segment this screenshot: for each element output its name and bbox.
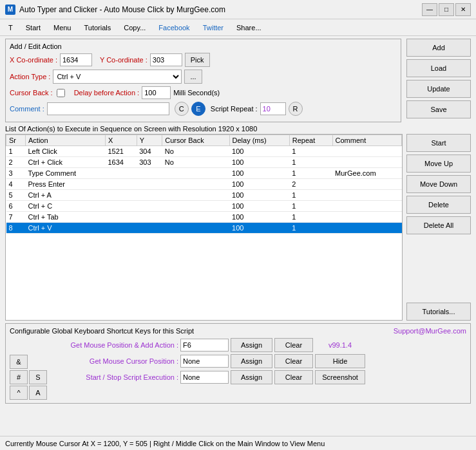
add-edit-action-panel: Add / Edit Action X Co-ordinate : Y Co-o… bbox=[5, 39, 401, 122]
clear-button-1[interactable]: Clear bbox=[274, 354, 313, 368]
table-row[interactable]: 1Left Click1521304No1001 bbox=[6, 146, 402, 157]
clear-button-2[interactable]: Clear bbox=[274, 370, 313, 384]
minimize-button[interactable]: — bbox=[422, 3, 437, 16]
x-coord-label: X Co-ordinate : bbox=[10, 56, 57, 64]
col-action: Action bbox=[26, 135, 106, 146]
shortcut-right-btn-1[interactable]: Hide bbox=[315, 354, 365, 368]
x-coord-input[interactable] bbox=[60, 53, 92, 66]
add-button[interactable]: Add bbox=[406, 39, 471, 57]
dots-button[interactable]: ... bbox=[184, 70, 202, 84]
shortcut-label-1: Get Mouse Cursor Position : bbox=[50, 357, 178, 365]
delay-input[interactable] bbox=[142, 86, 171, 99]
side-buttons-panel: Start Move Up Move Down Delete Delete Al… bbox=[406, 134, 471, 321]
shortcuts-section: Configurable Global Keyboard Shortcut Ke… bbox=[5, 323, 471, 404]
shortcut-input-2[interactable] bbox=[180, 371, 229, 384]
menu-item-t[interactable]: T bbox=[3, 21, 19, 35]
actions-table-container[interactable]: Sr Action X Y Cursor Back Delay (ms) Rep… bbox=[5, 134, 403, 321]
comment-input[interactable] bbox=[47, 102, 169, 115]
sym-hash-button[interactable]: # bbox=[10, 370, 28, 384]
menu-item-facebook[interactable]: Facebook bbox=[153, 21, 195, 35]
script-repeat-label: Script Repeat : bbox=[211, 105, 258, 113]
menu-item-share[interactable]: Share... bbox=[231, 21, 267, 35]
shortcut-row-0: Get Mouse Position & Add Action :AssignC… bbox=[50, 338, 466, 352]
menu-item-start[interactable]: Start bbox=[20, 21, 46, 35]
shortcut-input-0[interactable] bbox=[180, 339, 229, 352]
action-type-label: Action Type : bbox=[10, 73, 50, 80]
table-row[interactable]: 2Ctrl + Click1634303No1001 bbox=[6, 157, 402, 168]
sym-s-button[interactable]: S bbox=[29, 370, 47, 384]
shortcut-input-1[interactable] bbox=[180, 355, 229, 368]
status-bar: Currently Mouse Cursor At X = 1200, Y = … bbox=[0, 436, 476, 450]
sym-caret-button[interactable]: ^ bbox=[10, 386, 28, 400]
shortcut-right-btn-2[interactable]: Screenshot bbox=[315, 370, 365, 384]
cursor-back-checkbox[interactable] bbox=[57, 89, 65, 97]
col-cursor-back: Cursor Back bbox=[162, 135, 229, 146]
clear-button-0[interactable]: Clear bbox=[274, 338, 313, 352]
col-sr: Sr bbox=[6, 135, 26, 146]
sym-a-button[interactable]: A bbox=[29, 386, 47, 400]
load-button[interactable]: Load bbox=[406, 59, 471, 77]
col-y: Y bbox=[137, 135, 162, 146]
table-row[interactable]: 5Ctrl + A1001 bbox=[6, 190, 402, 201]
col-delay: Delay (ms) bbox=[229, 135, 289, 146]
assign-button-0[interactable]: Assign bbox=[231, 338, 272, 352]
pick-button[interactable]: Pick bbox=[185, 53, 210, 67]
sym-amp-button[interactable]: & bbox=[10, 355, 28, 369]
section-label: Add / Edit Action bbox=[10, 42, 397, 50]
shortcut-right-btn-0: v99.1.4 bbox=[315, 338, 365, 352]
e-button[interactable]: E bbox=[191, 102, 205, 116]
delay-label: Delay before Action : bbox=[74, 89, 140, 97]
delete-button[interactable]: Delete bbox=[406, 196, 471, 214]
col-x: X bbox=[105, 135, 137, 146]
y-coord-label: Y Co-ordinate : bbox=[100, 56, 148, 64]
right-action-panel: Add Load Update Save bbox=[406, 39, 471, 122]
list-section: List Of Action(s) to Execute in Sequence… bbox=[5, 125, 471, 321]
r-button[interactable]: R bbox=[289, 102, 303, 116]
shortcut-label-2: Start / Stop Script Execution : bbox=[50, 373, 178, 381]
list-title: List Of Action(s) to Execute in Sequence… bbox=[5, 125, 471, 133]
title-bar-controls: — □ ✕ bbox=[422, 3, 471, 16]
menu-bar: TStartMenuTutorialsCopy...FacebookTwitte… bbox=[0, 19, 476, 36]
shortcut-label-0: Get Mouse Position & Add Action : bbox=[50, 341, 178, 349]
script-repeat-input[interactable] bbox=[260, 102, 286, 115]
close-button[interactable]: ✕ bbox=[455, 3, 471, 16]
c-button[interactable]: C bbox=[175, 102, 189, 116]
menu-item-copy[interactable]: Copy... bbox=[118, 21, 151, 35]
shortcut-row-2: Start / Stop Script Execution :AssignCle… bbox=[50, 370, 466, 384]
action-type-select[interactable]: Ctrl + V bbox=[53, 70, 182, 84]
menu-item-twitter[interactable]: Twitter bbox=[197, 21, 229, 35]
delete-all-button[interactable]: Delete All bbox=[406, 216, 471, 234]
actions-table: Sr Action X Y Cursor Back Delay (ms) Rep… bbox=[6, 135, 402, 234]
table-row[interactable]: 4Press Enter1002 bbox=[6, 179, 402, 190]
table-row[interactable]: 8Ctrl + V1001 bbox=[6, 223, 402, 234]
cursor-back-label: Cursor Back : bbox=[10, 89, 53, 97]
assign-button-2[interactable]: Assign bbox=[231, 370, 272, 384]
move-up-button[interactable]: Move Up bbox=[406, 155, 471, 173]
col-comment: Comment bbox=[332, 135, 401, 146]
menu-item-menu[interactable]: Menu bbox=[48, 21, 77, 35]
status-text: Currently Mouse Cursor At X = 1200, Y = … bbox=[5, 440, 325, 447]
delay-unit: Milli Second(s) bbox=[173, 89, 220, 97]
tutorials-button[interactable]: Tutorials... bbox=[406, 303, 471, 321]
title-bar: M Auto Typer and Clicker - Auto Mouse Cl… bbox=[0, 0, 476, 19]
shortcuts-title: Configurable Global Keyboard Shortcut Ke… bbox=[10, 327, 194, 335]
table-row[interactable]: 6Ctrl + C1001 bbox=[6, 201, 402, 212]
save-button[interactable]: Save bbox=[406, 100, 471, 118]
support-link[interactable]: Support@MurGee.com bbox=[394, 327, 466, 335]
move-down-button[interactable]: Move Down bbox=[406, 175, 471, 193]
col-repeat: Repeat bbox=[289, 135, 332, 146]
app-icon: M bbox=[5, 5, 15, 15]
table-row[interactable]: 7Ctrl + Tab1001 bbox=[6, 212, 402, 223]
shortcut-row-1: Get Mouse Cursor Position :AssignClearHi… bbox=[50, 354, 466, 368]
comment-label: Comment : bbox=[10, 105, 44, 113]
menu-item-tutorials[interactable]: Tutorials bbox=[79, 21, 117, 35]
assign-button-1[interactable]: Assign bbox=[231, 354, 272, 368]
maximize-button[interactable]: □ bbox=[439, 3, 454, 16]
update-button[interactable]: Update bbox=[406, 80, 471, 98]
table-row[interactable]: 3Type Comment1001MurGee.com bbox=[6, 168, 402, 179]
start-button[interactable]: Start bbox=[406, 134, 471, 152]
title-bar-text: Auto Typer and Clicker - Auto Mouse Clic… bbox=[19, 5, 422, 14]
y-coord-input[interactable] bbox=[150, 53, 182, 66]
